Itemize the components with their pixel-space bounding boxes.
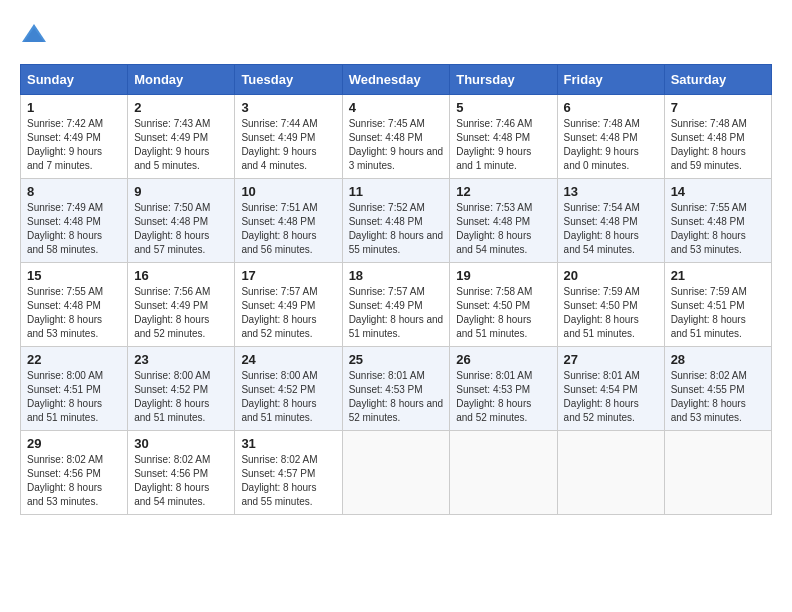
- day-detail: Sunrise: 7:51 AM Sunset: 4:48 PM Dayligh…: [241, 201, 335, 257]
- logo: [20, 20, 52, 48]
- calendar-day-cell: 12 Sunrise: 7:53 AM Sunset: 4:48 PM Dayl…: [450, 179, 557, 263]
- day-number: 7: [671, 100, 765, 115]
- day-detail: Sunrise: 7:48 AM Sunset: 4:48 PM Dayligh…: [564, 117, 658, 173]
- calendar-day-cell: 3 Sunrise: 7:44 AM Sunset: 4:49 PM Dayli…: [235, 95, 342, 179]
- calendar-day-cell: 18 Sunrise: 7:57 AM Sunset: 4:49 PM Dayl…: [342, 263, 450, 347]
- day-number: 8: [27, 184, 121, 199]
- calendar-day-cell: 19 Sunrise: 7:58 AM Sunset: 4:50 PM Dayl…: [450, 263, 557, 347]
- day-detail: Sunrise: 8:01 AM Sunset: 4:53 PM Dayligh…: [456, 369, 550, 425]
- day-detail: Sunrise: 7:44 AM Sunset: 4:49 PM Dayligh…: [241, 117, 335, 173]
- calendar-week-row: 22 Sunrise: 8:00 AM Sunset: 4:51 PM Dayl…: [21, 347, 772, 431]
- calendar-day-cell: 10 Sunrise: 7:51 AM Sunset: 4:48 PM Dayl…: [235, 179, 342, 263]
- day-number: 29: [27, 436, 121, 451]
- day-detail: Sunrise: 7:57 AM Sunset: 4:49 PM Dayligh…: [241, 285, 335, 341]
- calendar-day-cell: 1 Sunrise: 7:42 AM Sunset: 4:49 PM Dayli…: [21, 95, 128, 179]
- day-number: 15: [27, 268, 121, 283]
- weekday-header: Monday: [128, 65, 235, 95]
- weekday-header: Wednesday: [342, 65, 450, 95]
- weekday-header: Thursday: [450, 65, 557, 95]
- day-detail: Sunrise: 7:59 AM Sunset: 4:50 PM Dayligh…: [564, 285, 658, 341]
- calendar-day-cell: 7 Sunrise: 7:48 AM Sunset: 4:48 PM Dayli…: [664, 95, 771, 179]
- day-number: 1: [27, 100, 121, 115]
- day-detail: Sunrise: 7:48 AM Sunset: 4:48 PM Dayligh…: [671, 117, 765, 173]
- day-number: 14: [671, 184, 765, 199]
- day-detail: Sunrise: 7:45 AM Sunset: 4:48 PM Dayligh…: [349, 117, 444, 173]
- day-number: 31: [241, 436, 335, 451]
- day-number: 22: [27, 352, 121, 367]
- calendar-day-cell: 28 Sunrise: 8:02 AM Sunset: 4:55 PM Dayl…: [664, 347, 771, 431]
- calendar-day-cell: [557, 431, 664, 515]
- calendar-day-cell: 22 Sunrise: 8:00 AM Sunset: 4:51 PM Dayl…: [21, 347, 128, 431]
- day-detail: Sunrise: 7:59 AM Sunset: 4:51 PM Dayligh…: [671, 285, 765, 341]
- day-detail: Sunrise: 7:54 AM Sunset: 4:48 PM Dayligh…: [564, 201, 658, 257]
- calendar-week-row: 1 Sunrise: 7:42 AM Sunset: 4:49 PM Dayli…: [21, 95, 772, 179]
- day-number: 30: [134, 436, 228, 451]
- calendar-day-cell: 20 Sunrise: 7:59 AM Sunset: 4:50 PM Dayl…: [557, 263, 664, 347]
- weekday-header: Friday: [557, 65, 664, 95]
- day-number: 19: [456, 268, 550, 283]
- calendar-day-cell: [450, 431, 557, 515]
- calendar-day-cell: 15 Sunrise: 7:55 AM Sunset: 4:48 PM Dayl…: [21, 263, 128, 347]
- calendar-day-cell: [342, 431, 450, 515]
- calendar-day-cell: 11 Sunrise: 7:52 AM Sunset: 4:48 PM Dayl…: [342, 179, 450, 263]
- day-number: 2: [134, 100, 228, 115]
- day-detail: Sunrise: 7:57 AM Sunset: 4:49 PM Dayligh…: [349, 285, 444, 341]
- day-detail: Sunrise: 7:55 AM Sunset: 4:48 PM Dayligh…: [671, 201, 765, 257]
- calendar-day-cell: 5 Sunrise: 7:46 AM Sunset: 4:48 PM Dayli…: [450, 95, 557, 179]
- calendar-day-cell: 9 Sunrise: 7:50 AM Sunset: 4:48 PM Dayli…: [128, 179, 235, 263]
- calendar-day-cell: 2 Sunrise: 7:43 AM Sunset: 4:49 PM Dayli…: [128, 95, 235, 179]
- day-detail: Sunrise: 7:52 AM Sunset: 4:48 PM Dayligh…: [349, 201, 444, 257]
- day-detail: Sunrise: 8:01 AM Sunset: 4:54 PM Dayligh…: [564, 369, 658, 425]
- day-number: 9: [134, 184, 228, 199]
- calendar-week-row: 8 Sunrise: 7:49 AM Sunset: 4:48 PM Dayli…: [21, 179, 772, 263]
- calendar-table: SundayMondayTuesdayWednesdayThursdayFrid…: [20, 64, 772, 515]
- day-number: 3: [241, 100, 335, 115]
- calendar-day-cell: 26 Sunrise: 8:01 AM Sunset: 4:53 PM Dayl…: [450, 347, 557, 431]
- calendar-day-cell: 16 Sunrise: 7:56 AM Sunset: 4:49 PM Dayl…: [128, 263, 235, 347]
- day-number: 18: [349, 268, 444, 283]
- day-detail: Sunrise: 7:42 AM Sunset: 4:49 PM Dayligh…: [27, 117, 121, 173]
- day-number: 20: [564, 268, 658, 283]
- weekday-header: Sunday: [21, 65, 128, 95]
- calendar-day-cell: 25 Sunrise: 8:01 AM Sunset: 4:53 PM Dayl…: [342, 347, 450, 431]
- calendar-day-cell: 4 Sunrise: 7:45 AM Sunset: 4:48 PM Dayli…: [342, 95, 450, 179]
- weekday-header-row: SundayMondayTuesdayWednesdayThursdayFrid…: [21, 65, 772, 95]
- calendar-day-cell: 13 Sunrise: 7:54 AM Sunset: 4:48 PM Dayl…: [557, 179, 664, 263]
- calendar-week-row: 29 Sunrise: 8:02 AM Sunset: 4:56 PM Dayl…: [21, 431, 772, 515]
- day-number: 25: [349, 352, 444, 367]
- day-number: 21: [671, 268, 765, 283]
- weekday-header: Tuesday: [235, 65, 342, 95]
- day-number: 26: [456, 352, 550, 367]
- day-number: 24: [241, 352, 335, 367]
- logo-icon: [20, 20, 48, 48]
- day-number: 5: [456, 100, 550, 115]
- day-detail: Sunrise: 7:49 AM Sunset: 4:48 PM Dayligh…: [27, 201, 121, 257]
- day-number: 6: [564, 100, 658, 115]
- day-detail: Sunrise: 8:02 AM Sunset: 4:56 PM Dayligh…: [27, 453, 121, 509]
- day-detail: Sunrise: 7:46 AM Sunset: 4:48 PM Dayligh…: [456, 117, 550, 173]
- day-number: 28: [671, 352, 765, 367]
- page-header: [20, 20, 772, 48]
- day-number: 4: [349, 100, 444, 115]
- day-detail: Sunrise: 7:53 AM Sunset: 4:48 PM Dayligh…: [456, 201, 550, 257]
- calendar-week-row: 15 Sunrise: 7:55 AM Sunset: 4:48 PM Dayl…: [21, 263, 772, 347]
- day-detail: Sunrise: 7:58 AM Sunset: 4:50 PM Dayligh…: [456, 285, 550, 341]
- day-number: 11: [349, 184, 444, 199]
- day-detail: Sunrise: 8:02 AM Sunset: 4:57 PM Dayligh…: [241, 453, 335, 509]
- day-detail: Sunrise: 7:43 AM Sunset: 4:49 PM Dayligh…: [134, 117, 228, 173]
- calendar-day-cell: 8 Sunrise: 7:49 AM Sunset: 4:48 PM Dayli…: [21, 179, 128, 263]
- day-detail: Sunrise: 8:02 AM Sunset: 4:55 PM Dayligh…: [671, 369, 765, 425]
- weekday-header: Saturday: [664, 65, 771, 95]
- calendar-day-cell: 29 Sunrise: 8:02 AM Sunset: 4:56 PM Dayl…: [21, 431, 128, 515]
- day-number: 10: [241, 184, 335, 199]
- day-number: 12: [456, 184, 550, 199]
- day-detail: Sunrise: 8:02 AM Sunset: 4:56 PM Dayligh…: [134, 453, 228, 509]
- day-detail: Sunrise: 7:50 AM Sunset: 4:48 PM Dayligh…: [134, 201, 228, 257]
- day-detail: Sunrise: 7:55 AM Sunset: 4:48 PM Dayligh…: [27, 285, 121, 341]
- calendar-day-cell: 30 Sunrise: 8:02 AM Sunset: 4:56 PM Dayl…: [128, 431, 235, 515]
- calendar-day-cell: 21 Sunrise: 7:59 AM Sunset: 4:51 PM Dayl…: [664, 263, 771, 347]
- day-number: 27: [564, 352, 658, 367]
- calendar-day-cell: 24 Sunrise: 8:00 AM Sunset: 4:52 PM Dayl…: [235, 347, 342, 431]
- day-number: 16: [134, 268, 228, 283]
- day-detail: Sunrise: 8:00 AM Sunset: 4:51 PM Dayligh…: [27, 369, 121, 425]
